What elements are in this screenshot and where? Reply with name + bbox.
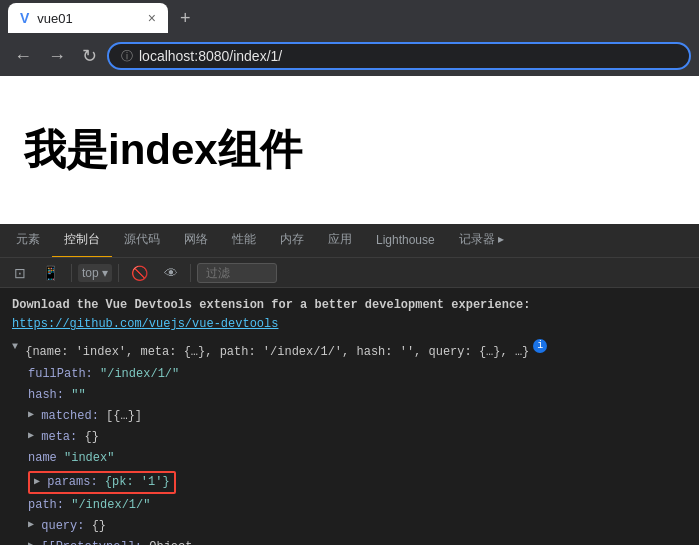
console-prototype[interactable]: ▶ [[Prototype]]: Object	[12, 537, 687, 545]
expand-arrow-matched: ▶	[28, 407, 34, 423]
clear-console-button[interactable]: 🚫	[125, 263, 154, 283]
hash-val: ""	[71, 386, 85, 405]
matched-val: [{…}]	[106, 407, 142, 426]
devtools-tab-bar: 元素 控制台 源代码 网络 性能 内存 应用 Lighthouse 记录器 ▸	[0, 224, 699, 258]
devtools-toolbar: ⊡ 📱 top ▾ 🚫 👁	[0, 258, 699, 288]
console-fullpath: fullPath: "/index/1/"	[12, 364, 687, 385]
tab-close-button[interactable]: ×	[148, 11, 156, 25]
fullpath-key: fullPath:	[28, 365, 93, 384]
devtools-console: Download the Vue Devtools extension for …	[0, 288, 699, 545]
address-bar[interactable]: ⓘ localhost:8080/index/1/	[107, 42, 691, 70]
devtools-message-text: Download the Vue Devtools extension for …	[12, 298, 530, 312]
proto-key: [[Prototype]]:	[41, 538, 142, 545]
devtools-tab-application[interactable]: 应用	[316, 224, 364, 258]
matched-key: matched:	[41, 407, 99, 426]
tab-title: vue01	[37, 11, 139, 26]
tab-bar: V vue01 × +	[0, 0, 699, 36]
browser-tab[interactable]: V vue01 ×	[8, 3, 168, 33]
toolbar-separator-3	[190, 264, 191, 282]
devtools-tab-network[interactable]: 网络	[172, 224, 220, 258]
back-button[interactable]: ←	[8, 42, 38, 71]
url-display: localhost:8080/index/1/	[139, 48, 282, 64]
refresh-button[interactable]: ↻	[76, 41, 103, 71]
console-obj-root[interactable]: ▼ {name: 'index', meta: {…}, path: '/ind…	[12, 338, 687, 363]
page-content: 我是index组件	[0, 76, 699, 224]
path-val: "/index/1/"	[71, 496, 150, 515]
devtools-tab-recorder[interactable]: 记录器 ▸	[447, 224, 516, 258]
info-icon: i	[533, 339, 547, 353]
params-highlighted-row: ▶ params: {pk: '1'}	[28, 471, 176, 494]
filter-input[interactable]	[197, 263, 277, 283]
name-key: name	[28, 449, 57, 468]
query-key: query:	[41, 517, 84, 536]
page-heading: 我是index组件	[24, 122, 302, 178]
devtools-tab-lighthouse[interactable]: Lighthouse	[364, 224, 447, 258]
devtools-panel: 元素 控制台 源代码 网络 性能 内存 应用 Lighthouse 记录器 ▸ …	[0, 224, 699, 545]
params-key: params:	[47, 473, 97, 492]
devtools-tab-console[interactable]: 控制台	[52, 224, 112, 258]
console-params[interactable]: ▶ params: {pk: '1'}	[12, 470, 687, 495]
obj-summary: {name: 'index', meta: {…}, path: '/index…	[25, 343, 529, 362]
hash-key: hash:	[28, 386, 64, 405]
meta-val: {}	[84, 428, 98, 447]
security-icon: ⓘ	[121, 48, 133, 65]
console-query[interactable]: ▶ query: {}	[12, 516, 687, 537]
new-tab-button[interactable]: +	[172, 4, 199, 33]
params-val: {pk: '1'}	[105, 473, 170, 492]
query-val: {}	[92, 517, 106, 536]
expand-arrow-params: ▶	[34, 474, 40, 490]
toolbar-separator-2	[118, 264, 119, 282]
forward-button[interactable]: →	[42, 42, 72, 71]
devtools-tab-elements[interactable]: 元素	[4, 224, 52, 258]
inspect-mode-button[interactable]: ⊡	[8, 263, 32, 283]
devtools-link[interactable]: https://github.com/vuejs/vue-devtools	[12, 317, 278, 331]
eye-button[interactable]: 👁	[158, 263, 184, 283]
console-path: path: "/index/1/"	[12, 495, 687, 516]
device-toolbar-button[interactable]: 📱	[36, 263, 65, 283]
name-val: "index"	[64, 449, 114, 468]
nav-bar: ← → ↻ ⓘ localhost:8080/index/1/	[0, 36, 699, 76]
proto-val: Object	[149, 538, 192, 545]
path-key: path:	[28, 496, 64, 515]
fullpath-val: "/index/1/"	[100, 365, 179, 384]
tab-favicon: V	[20, 10, 29, 26]
devtools-tab-performance[interactable]: 性能	[220, 224, 268, 258]
console-hash: hash: ""	[12, 385, 687, 406]
console-name: name "index"	[12, 448, 687, 469]
console-matched[interactable]: ▶ matched: [{…}]	[12, 406, 687, 427]
expand-arrow-proto: ▶	[28, 538, 34, 545]
console-meta[interactable]: ▶ meta: {}	[12, 427, 687, 448]
browser-chrome: V vue01 × + ← → ↻ ⓘ localhost:8080/index…	[0, 0, 699, 76]
toolbar-separator-1	[71, 264, 72, 282]
expand-arrow-meta: ▶	[28, 428, 34, 444]
meta-key: meta:	[41, 428, 77, 447]
expand-arrow-root: ▼	[12, 339, 18, 355]
devtools-info-message: Download the Vue Devtools extension for …	[12, 296, 687, 334]
javascript-context-select[interactable]: top ▾	[78, 264, 112, 282]
devtools-tab-memory[interactable]: 内存	[268, 224, 316, 258]
devtools-tab-sources[interactable]: 源代码	[112, 224, 172, 258]
expand-arrow-query: ▶	[28, 517, 34, 533]
